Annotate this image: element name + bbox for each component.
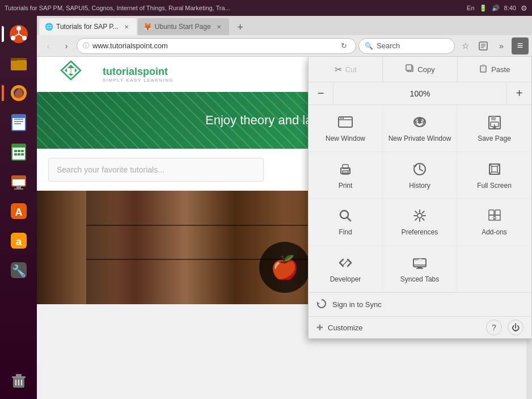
apple-symbol: 🍎: [271, 254, 299, 281]
menu-new-private-window[interactable]: New Private Window: [383, 105, 457, 152]
svg-rect-9: [11, 58, 18, 61]
forward-button[interactable]: ›: [58, 38, 74, 54]
svg-text:a: a: [15, 236, 22, 247]
full-screen-icon: [485, 160, 504, 178]
sign-in-to-sync-button[interactable]: Sign in to Sync: [309, 293, 531, 317]
sidebar-item-files[interactable]: [5, 50, 32, 77]
bookmark-list-button[interactable]: [475, 38, 491, 54]
customize-plus-icon: ✚: [316, 323, 323, 332]
tab-tutorialspoint[interactable]: 🌐 Tutorials for SAP P... ✕: [39, 18, 137, 35]
svg-rect-86: [495, 210, 500, 215]
sidebar-item-trash[interactable]: [5, 367, 32, 394]
system-bar-controls: En 🔋 🔊 8:40 ⚙: [467, 4, 527, 12]
cut-button[interactable]: ✂ Cut: [309, 57, 383, 82]
zoom-minus-button[interactable]: −: [309, 82, 333, 105]
sidebar-item-tools[interactable]: 🔧: [5, 257, 32, 284]
svg-rect-37: [16, 374, 22, 376]
menu-save-page[interactable]: Save Page: [457, 105, 531, 152]
save-page-icon: [485, 113, 504, 131]
synced-tabs-icon: [411, 254, 429, 272]
svg-line-83: [347, 217, 351, 221]
svg-point-3: [11, 36, 15, 40]
svg-rect-36: [12, 376, 26, 378]
volume-icon: 🔊: [492, 5, 500, 12]
url-lock-icon: ⓘ: [83, 41, 89, 50]
copy-label: Copy: [417, 65, 434, 74]
sidebar-item-writer[interactable]: [5, 109, 32, 136]
paste-label: Paste: [491, 65, 510, 74]
sidebar-item-amazon[interactable]: a: [5, 227, 32, 254]
menu-print[interactable]: Print: [309, 152, 383, 199]
menu-find[interactable]: Find: [309, 199, 383, 246]
sidebar-item-calc[interactable]: [5, 138, 32, 166]
help-button[interactable]: ?: [486, 320, 502, 335]
system-bar: Tutorials for SAP PM, SAPUI5, Cognos, In…: [0, 0, 532, 16]
menu-edit-row: ✂ Cut Copy: [309, 57, 531, 82]
tab-ubuntu[interactable]: 🦊 Ubuntu Start Page ✕: [138, 18, 229, 35]
site-search-input[interactable]: Search your favorite tutorials...: [48, 158, 264, 182]
system-time: 8:40: [504, 5, 516, 11]
zoom-value: 100%: [333, 89, 506, 98]
svg-rect-27: [16, 186, 21, 188]
sidebar-item-ubuntu[interactable]: [5, 20, 32, 48]
copy-button[interactable]: Copy: [383, 57, 457, 82]
sign-in-label: Sign in to Sync: [332, 300, 382, 309]
bookmark-star-button[interactable]: ☆: [457, 38, 473, 54]
menu-full-screen[interactable]: Full Screen: [457, 152, 531, 199]
back-button[interactable]: ‹: [40, 38, 56, 54]
reload-button[interactable]: ↻: [337, 40, 350, 52]
menu-add-ons[interactable]: Add-ons: [457, 199, 531, 246]
settings-icon[interactable]: ⚙: [521, 4, 527, 12]
tab-bar: 🌐 Tutorials for SAP P... ✕ 🦊 Ubuntu Star…: [37, 16, 532, 35]
svg-rect-20: [18, 150, 20, 152]
sidebar-item-impress[interactable]: [5, 168, 32, 195]
copy-icon: [405, 64, 414, 75]
search-label: Search: [377, 41, 400, 50]
sidebar-item-appstore[interactable]: A: [5, 198, 32, 225]
new-tab-button[interactable]: +: [233, 19, 248, 35]
tab-close-ubuntu[interactable]: ✕: [214, 22, 223, 31]
menu-new-window[interactable]: New Window: [309, 105, 383, 152]
customize-row: ✚ Customize ? ⏻: [309, 317, 531, 338]
paste-button[interactable]: Paste: [458, 57, 531, 82]
zoom-row: − 100% +: [309, 82, 531, 105]
menu-history[interactable]: History: [383, 152, 457, 199]
sidebar-item-firefox[interactable]: [5, 79, 32, 107]
svg-rect-93: [419, 259, 422, 261]
paste-icon: [479, 64, 488, 75]
svg-rect-21: [21, 150, 24, 152]
menu-developer[interactable]: Developer: [309, 246, 383, 293]
svg-rect-26: [12, 176, 26, 179]
svg-point-61: [416, 120, 419, 123]
svg-rect-85: [489, 210, 494, 215]
ubuntu-sidebar: A a 🔧: [0, 16, 37, 399]
print-icon: [336, 160, 354, 178]
svg-rect-18: [12, 144, 26, 148]
developer-icon: [336, 254, 354, 272]
add-ons-label: Add-ons: [482, 228, 507, 237]
site-logo-text-group: tutorialspoint SIMPLY EASY LEARNING: [103, 66, 174, 83]
menu-synced-tabs[interactable]: Synced Tabs: [383, 246, 457, 293]
cut-label: Cut: [345, 65, 357, 74]
svg-rect-24: [21, 153, 24, 156]
menu-preferences[interactable]: Preferences: [383, 199, 457, 246]
url-bar[interactable]: ⓘ www.tutorialspoint.com ↻: [77, 38, 356, 54]
svg-point-72: [349, 169, 351, 170]
tab-close-tutorialspoint[interactable]: ✕: [122, 22, 131, 31]
keyboard-layout[interactable]: En: [467, 5, 474, 11]
zoom-plus-button[interactable]: +: [506, 82, 531, 105]
power-button[interactable]: ⏻: [508, 320, 523, 335]
svg-point-56: [343, 117, 344, 119]
browser-window: 🌐 Tutorials for SAP P... ✕ 🦊 Ubuntu Star…: [37, 16, 532, 399]
more-nav-button[interactable]: »: [493, 38, 509, 54]
svg-rect-64: [491, 116, 496, 120]
svg-rect-77: [492, 166, 497, 172]
apple-logo-circle: 🍎: [259, 242, 310, 293]
customize-button[interactable]: ✚ Customize: [316, 323, 486, 332]
site-name: tutorialspoint: [103, 66, 174, 78]
svg-point-1: [16, 26, 21, 31]
history-icon: [411, 160, 429, 178]
url-text: www.tutorialspoint.com: [92, 41, 334, 50]
hamburger-menu-button[interactable]: ≡: [512, 37, 529, 54]
search-bar[interactable]: 🔍 Search: [358, 38, 455, 54]
